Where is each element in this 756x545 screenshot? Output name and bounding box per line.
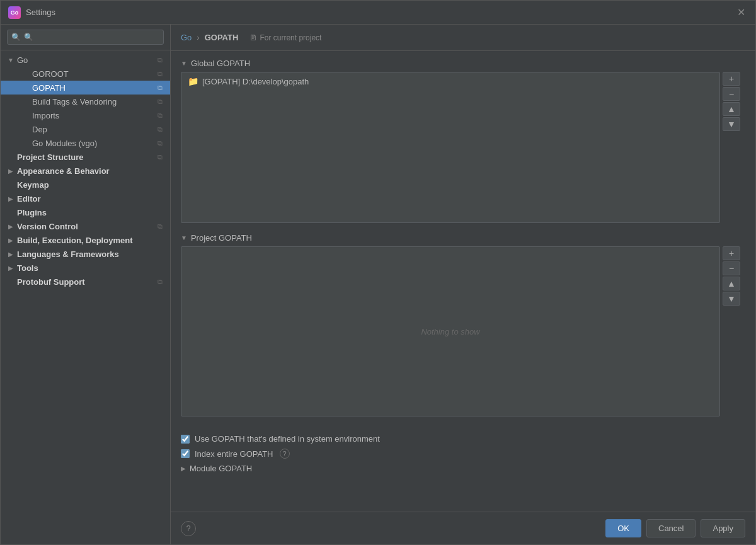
bottom-options: Use GOPATH that's defined in system envi… (181, 427, 745, 478)
sidebar-item-languages-frameworks[interactable]: ▶ Languages & Frameworks (1, 247, 170, 261)
section-toggle-project: ▼ (181, 234, 187, 241)
sidebar-item-build-tags-label: Build Tags & Vendoring (32, 97, 155, 106)
global-gopath-add-button[interactable]: + (723, 72, 740, 86)
copy-icon-gopath[interactable]: ⧉ (155, 83, 165, 93)
sidebar-item-appearance-label: Appearance & Behavior (17, 166, 165, 176)
global-gopath-header[interactable]: ▼ Global GOPATH (181, 59, 745, 68)
nothing-to-show: Nothing to show (181, 247, 719, 416)
section-toggle-global: ▼ (181, 60, 187, 67)
module-gopath-row[interactable]: ▶ Module GOPATH (181, 461, 745, 476)
expand-icon-appearance: ▶ (6, 166, 16, 176)
global-gopath-down-button[interactable]: ▼ (723, 117, 740, 131)
expand-icon-project-structure (6, 152, 16, 162)
project-gopath-wrapper: Nothing to show + − ▲ ▼ (181, 246, 720, 416)
project-gopath-remove-button[interactable]: − (723, 261, 740, 275)
sidebar-item-project-structure[interactable]: Project Structure ⧉ (1, 150, 170, 164)
sidebar-item-editor[interactable]: ▶ Editor (1, 192, 170, 205)
global-gopath-remove-button[interactable]: − (723, 87, 740, 101)
global-gopath-wrapper: 📁 [GOPATH] D:\develop\gopath + − ▲ ▼ (181, 72, 720, 223)
expand-icon-version-control: ▶ (6, 221, 16, 231)
content-scroll: ▼ Global GOPATH 📁 [GOPATH] D:\develop\go… (171, 51, 755, 512)
folder-icon: 📁 (188, 76, 198, 86)
expand-icon-imports (21, 110, 31, 120)
sidebar-item-build-execution-label: Build, Execution, Deployment (17, 236, 165, 245)
project-gopath-add-button[interactable]: + (723, 246, 740, 260)
sidebar-item-protobuf[interactable]: Protobuf Support ⧉ (1, 275, 170, 289)
copy-icon-dep[interactable]: ⧉ (155, 124, 165, 134)
sidebar-item-appearance[interactable]: ▶ Appearance & Behavior (1, 164, 170, 178)
project-gopath-side-buttons: + − ▲ ▼ (723, 246, 740, 306)
index-gopath-help-icon[interactable]: ? (280, 449, 290, 459)
breadcrumb-current: GOPATH (205, 33, 239, 42)
global-gopath-side-buttons: + − ▲ ▼ (723, 72, 740, 131)
use-gopath-row: Use GOPATH that's defined in system envi… (181, 432, 745, 446)
expand-icon-languages-frameworks: ▶ (6, 249, 16, 259)
project-gopath-section: ▼ Project GOPATH Nothing to show + − ▲ ▼ (181, 233, 745, 416)
global-gopath-up-button[interactable]: ▲ (723, 102, 740, 116)
expand-icon-build-tags (21, 96, 31, 106)
expand-icon-gopath (21, 83, 31, 93)
project-gopath-down-button[interactable]: ▼ (723, 292, 740, 306)
ok-button[interactable]: OK (605, 519, 641, 537)
sidebar-item-build-tags[interactable]: Build Tags & Vendoring ⧉ (1, 95, 170, 108)
copy-icon-project-structure[interactable]: ⧉ (155, 152, 165, 162)
cancel-button[interactable]: Cancel (646, 519, 696, 537)
global-gopath-section: ▼ Global GOPATH 📁 [GOPATH] D:\develop\go… (181, 59, 745, 223)
index-gopath-checkbox[interactable] (181, 449, 190, 458)
settings-window: Go Settings ✕ 🔍 ▼ Go ⧉ (0, 0, 756, 545)
sidebar-item-build-execution[interactable]: ▶ Build, Execution, Deployment (1, 233, 170, 247)
sidebar-item-go-modules[interactable]: Go Modules (vgo) ⧉ (1, 136, 170, 150)
sidebar: 🔍 ▼ Go ⧉ GOROOT ⧉ (1, 25, 171, 544)
gopath-entry: 📁 [GOPATH] D:\develop\gopath (181, 72, 719, 90)
sidebar-item-dep[interactable]: Dep ⧉ (1, 122, 170, 136)
sidebar-item-goroot[interactable]: GOROOT ⧉ (1, 67, 170, 81)
copy-icon-imports[interactable]: ⧉ (155, 110, 165, 120)
copy-icon-go[interactable]: ⧉ (155, 55, 165, 65)
gopath-entry-path: [GOPATH] D:\develop\gopath (202, 77, 309, 86)
use-gopath-label: Use GOPATH that's defined in system envi… (195, 434, 380, 444)
sidebar-item-gopath[interactable]: GOPATH ⧉ (1, 81, 170, 95)
help-button[interactable]: ? (181, 521, 196, 536)
close-button[interactable]: ✕ (734, 6, 748, 20)
sidebar-item-dep-label: Dep (32, 125, 155, 134)
breadcrumb-go[interactable]: Go (181, 33, 192, 42)
index-gopath-row: Index entire GOPATH ? (181, 446, 745, 461)
sidebar-item-plugins[interactable]: Plugins (1, 205, 170, 219)
sidebar-item-version-control[interactable]: ▶ Version Control ⧉ (1, 219, 170, 233)
apply-button[interactable]: Apply (701, 519, 745, 537)
copy-icon-version-control[interactable]: ⧉ (155, 221, 165, 231)
expand-icon-protobuf (6, 277, 16, 287)
sidebar-item-keymap-label: Keymap (17, 180, 165, 190)
footer-buttons: OK Cancel Apply (605, 519, 745, 537)
content-area: Go › GOPATH 🖹 For current project ▼ Glob… (171, 25, 755, 544)
project-gopath-title: Project GOPATH (191, 233, 252, 243)
project-gopath-up-button[interactable]: ▲ (723, 277, 740, 290)
search-box: 🔍 (1, 25, 170, 50)
copy-icon-protobuf[interactable]: ⧉ (155, 277, 165, 287)
copy-icon-build-tags[interactable]: ⧉ (155, 96, 165, 106)
sidebar-item-imports[interactable]: Imports ⧉ (1, 108, 170, 122)
sidebar-item-editor-label: Editor (17, 194, 165, 204)
sidebar-item-tools[interactable]: ▶ Tools (1, 261, 170, 275)
use-gopath-checkbox[interactable] (181, 435, 190, 444)
search-input[interactable] (7, 30, 164, 45)
global-gopath-title: Global GOPATH (191, 59, 250, 68)
sidebar-tree: ▼ Go ⧉ GOROOT ⧉ GOPATH ⧉ (1, 50, 170, 544)
expand-icon-go: ▼ (6, 55, 16, 65)
search-icon: 🔍 (11, 33, 21, 42)
expand-icon-goroot (21, 69, 31, 79)
copy-icon-go-modules[interactable]: ⧉ (155, 138, 165, 148)
project-gopath-header[interactable]: ▼ Project GOPATH (181, 233, 745, 243)
for-current-project-label: For current project (260, 33, 321, 42)
sidebar-item-go[interactable]: ▼ Go ⧉ (1, 53, 170, 67)
breadcrumb-separator: › (197, 33, 199, 42)
sidebar-item-keymap[interactable]: Keymap (1, 178, 170, 192)
copy-icon-goroot[interactable]: ⧉ (155, 69, 165, 79)
project-gopath-body: Nothing to show (181, 246, 720, 416)
expand-icon-plugins (6, 207, 16, 217)
for-current-project-icon: 🖹 (249, 33, 257, 42)
for-current-project: 🖹 For current project (249, 33, 321, 42)
sidebar-item-gopath-label: GOPATH (32, 83, 155, 93)
sidebar-item-tools-label: Tools (17, 263, 165, 273)
sidebar-item-version-control-label: Version Control (17, 222, 155, 231)
